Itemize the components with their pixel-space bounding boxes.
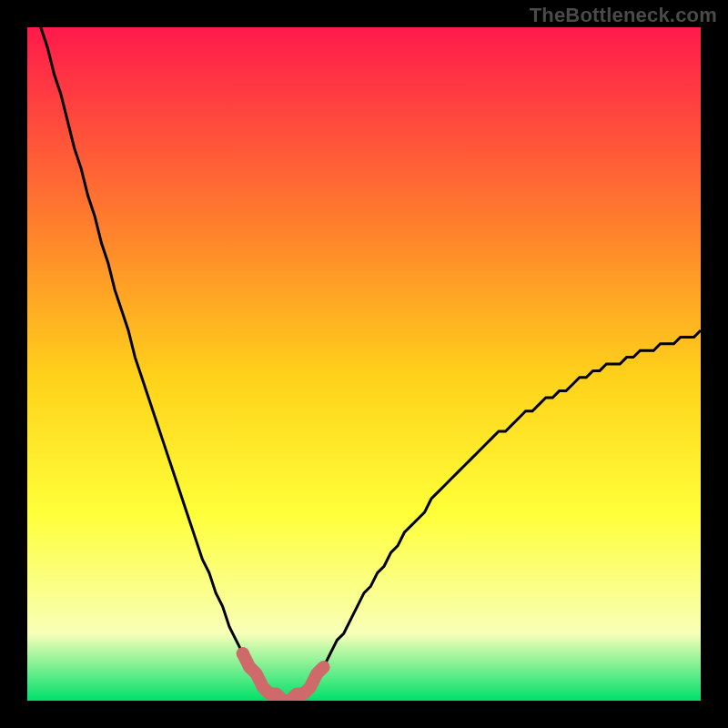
gradient-background	[27, 27, 701, 701]
plot-area	[27, 27, 701, 701]
watermark-text: TheBottleneck.com	[530, 4, 717, 27]
bottleneck-chart	[27, 27, 701, 701]
optimal-point-marker	[237, 647, 249, 660]
chart-frame: TheBottleneck.com	[0, 0, 728, 728]
